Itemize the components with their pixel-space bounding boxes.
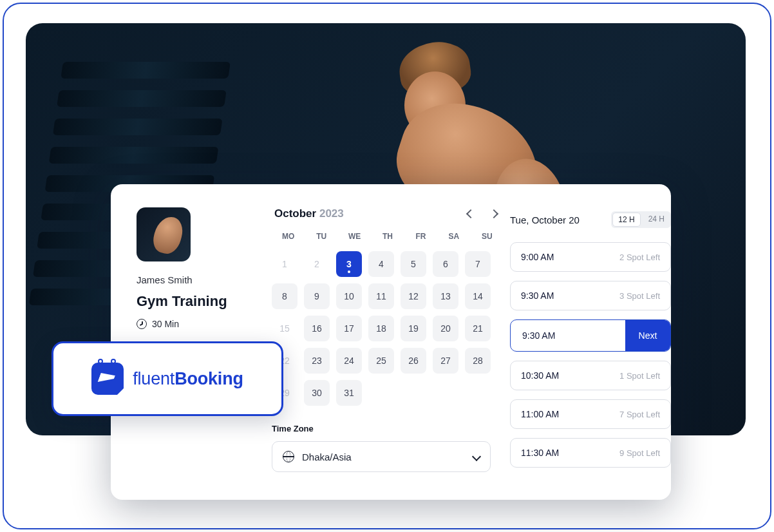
timeslot[interactable]: 11:00 AM7 Spot Left [510,399,671,429]
timeslot[interactable]: 11:30 AM9 Spot Left [510,438,671,468]
weekday-label: TU [305,232,337,241]
day-cell[interactable]: 5 [401,251,426,277]
timeslots: Tue, October 20 12 H 24 H 9:00 AM2 Spot … [510,207,671,477]
weekday-label: MO [272,232,305,241]
calendar-month: October 2023 [274,207,344,220]
selected-date: Tue, October 20 [510,214,580,225]
weekday-label: WE [338,232,371,241]
timeslot[interactable]: 9:30 AMNext [510,319,671,352]
day-cell[interactable]: 17 [336,316,362,341]
event-title: Gym Training [137,293,265,310]
event-thumbnail [137,207,191,261]
clock-icon [137,319,147,329]
slot-time: 9:30 AM [511,330,625,341]
brand-name: fluentBooking [133,369,243,389]
slot-availability: 2 Spot Left [619,252,660,262]
timeslot[interactable]: 9:30 AM3 Spot Left [510,281,671,310]
timeslot[interactable]: 9:00 AM2 Spot Left [510,242,671,272]
day-cell[interactable]: 27 [433,348,458,374]
slot-time: 10:30 AM [521,370,559,381]
format-24h[interactable]: 24 H [642,211,671,228]
day-cell[interactable]: 9 [304,283,330,309]
weekday-label: TH [371,232,404,241]
slot-time: 9:00 AM [521,252,554,262]
day-cell: 2 [304,251,330,277]
timezone-label: Time Zone [272,424,504,433]
brand-badge: fluentBooking [52,341,283,416]
prev-month-button[interactable] [466,209,475,218]
day-cell[interactable]: 10 [336,283,362,309]
chevron-down-icon [472,452,481,461]
presenter-name: James Smith [137,274,265,285]
brand-icon [91,363,124,395]
weekday-label: SA [437,232,470,241]
day-cell[interactable]: 18 [368,316,394,341]
day-cell[interactable]: 14 [465,283,491,309]
hour-format-toggle[interactable]: 12 H 24 H [611,211,671,228]
day-cell[interactable]: 3 [336,251,362,277]
slot-availability: 9 Spot Left [619,448,660,458]
day-cell[interactable]: 12 [401,283,426,309]
day-cell[interactable]: 26 [401,348,426,374]
day-cell[interactable]: 6 [433,251,458,277]
duration: 30 Min [137,319,265,329]
timezone-select[interactable]: Dhaka/Asia [272,441,491,472]
day-cell[interactable]: 7 [465,251,491,277]
slot-availability: 7 Spot Left [619,410,660,419]
timezone-value: Dhaka/Asia [302,451,352,462]
slot-time: 11:30 AM [521,448,559,458]
day-cell[interactable]: 21 [465,316,491,341]
weekday-label: SU [471,232,504,241]
calendar: October 2023 MOTUWETHFRSASU 123456789101… [272,207,504,477]
day-cell[interactable]: 23 [304,348,330,374]
globe-icon [283,451,294,462]
day-cell[interactable]: 25 [368,348,394,374]
slot-availability: 1 Spot Left [619,371,660,381]
slot-availability: 3 Spot Left [619,291,660,301]
day-cell[interactable]: 16 [304,316,330,341]
timeslot[interactable]: 10:30 AM1 Spot Left [510,361,671,390]
next-button[interactable]: Next [625,320,670,351]
day-cell[interactable]: 19 [401,316,426,341]
day-cell[interactable]: 28 [465,348,491,374]
day-cell[interactable]: 20 [433,316,458,341]
day-cell[interactable]: 8 [272,283,297,309]
day-cell[interactable]: 31 [336,380,362,406]
day-cell: 15 [272,316,297,341]
day-cell[interactable]: 30 [304,380,330,406]
slot-time: 9:30 AM [521,290,554,301]
day-cell: 1 [272,251,297,277]
day-cell[interactable]: 4 [368,251,394,277]
slot-time: 11:00 AM [521,409,559,419]
next-month-button[interactable] [489,209,498,218]
day-cell[interactable]: 11 [368,283,394,309]
day-grid: 1234567891011121314151617181920212223242… [272,251,504,406]
day-cell[interactable]: 24 [336,348,362,374]
format-12h[interactable]: 12 H [612,213,640,227]
duration-label: 30 Min [152,319,179,329]
day-cell[interactable]: 13 [433,283,458,309]
weekday-row: MOTUWETHFRSASU [272,232,504,251]
weekday-label: FR [404,232,437,241]
